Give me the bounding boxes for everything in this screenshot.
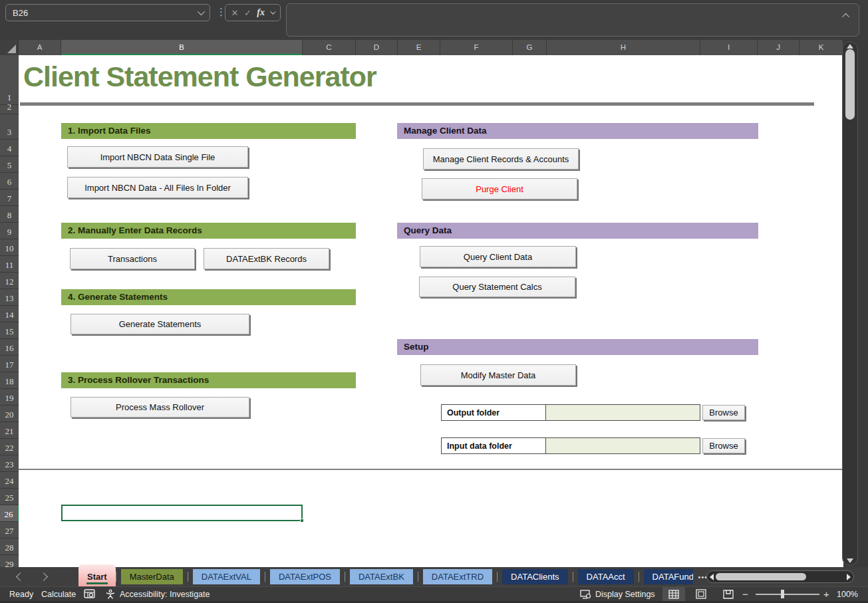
row-header-19[interactable]: 19 [0, 389, 19, 406]
page-layout-view-button[interactable] [690, 587, 712, 601]
row-header-17[interactable]: 17 [0, 356, 19, 372]
import-nbcn-single-file-button[interactable]: Import NBCN Data Single File [67, 146, 248, 168]
row-header-24[interactable]: 24 [0, 472, 19, 489]
row-header-14[interactable]: 14 [0, 306, 19, 322]
column-header-C[interactable]: C [303, 40, 356, 55]
sheet-tab-dataextpos[interactable]: DATAExtPOS [270, 569, 340, 584]
row-header-25[interactable]: 25 [0, 489, 19, 505]
row-header-15[interactable]: 15 [0, 322, 19, 339]
scroll-right-icon[interactable] [847, 574, 851, 580]
name-box[interactable]: B26 [5, 4, 210, 21]
page-break-preview-button[interactable] [717, 587, 740, 601]
zoom-in-button[interactable]: + [823, 587, 829, 601]
column-header-E[interactable]: E [398, 40, 440, 55]
process-mass-rollover-button[interactable]: Process Mass Rollover [71, 397, 249, 418]
vertical-scroll-thumb[interactable] [845, 49, 855, 120]
row-header-9[interactable]: 9 [0, 223, 19, 239]
zoom-level[interactable]: 100% [837, 587, 858, 601]
tab-scroll-left-icon[interactable] [16, 572, 25, 581]
query-client-data-button[interactable]: Query Client Data [420, 246, 576, 267]
vertical-scrollbar[interactable] [842, 41, 858, 566]
row-header-8[interactable]: 8 [0, 206, 19, 223]
column-header-D[interactable]: D [356, 40, 398, 55]
generate-statements-button[interactable]: Generate Statements [71, 314, 249, 334]
row-header-16[interactable]: 16 [0, 339, 19, 356]
input-data-folder-field[interactable] [546, 438, 700, 453]
row-header-12[interactable]: 12 [0, 273, 19, 289]
transactions-button[interactable]: Transactions [70, 248, 195, 269]
macro-record-icon[interactable] [84, 587, 95, 601]
row-header-29[interactable]: 29 [0, 555, 19, 568]
row-header-27[interactable]: 27 [0, 522, 19, 539]
manage-client-records-button[interactable]: Manage Client Records & Accounts [423, 148, 579, 170]
row-header-7[interactable]: 7 [0, 189, 19, 206]
zoom-slider-track[interactable] [756, 594, 819, 595]
scroll-left-icon[interactable] [710, 574, 714, 580]
import-nbcn-all-files-button[interactable]: Import NBCN Data - All Files In Folder [67, 177, 248, 198]
row-header-21[interactable]: 21 [0, 422, 19, 439]
row-header-4[interactable]: 4 [0, 140, 19, 156]
dataextbk-records-button[interactable]: DATAExtBK Records [204, 248, 329, 269]
purge-client-button[interactable]: Purge Client [422, 178, 577, 199]
display-settings-button[interactable]: Display Settings [580, 587, 655, 601]
horizontal-scroll-thumb[interactable] [716, 573, 806, 580]
horizontal-scrollbar[interactable] [706, 570, 854, 583]
sheet-tab-dataextbk[interactable]: DATAExtBK [350, 569, 413, 584]
cancel-formula-icon[interactable]: ✕ [231, 8, 239, 18]
column-header-I[interactable]: I [700, 40, 758, 55]
output-folder-field[interactable] [546, 405, 700, 420]
sheet-tab-dataacct[interactable]: DATAAcct [578, 569, 634, 584]
query-statement-calcs-button[interactable]: Query Statement Calcs [419, 277, 575, 297]
column-header-G[interactable]: G [513, 40, 547, 55]
row-header-5[interactable]: 5 [0, 156, 19, 173]
modify-master-data-button[interactable]: Modify Master Data [420, 364, 576, 386]
tab-separator [188, 572, 188, 582]
row-header-13[interactable]: 13 [0, 289, 19, 306]
formula-input[interactable] [286, 3, 859, 37]
sheet-tab-dataextval[interactable]: DATAExtVAL [193, 569, 260, 584]
accessibility-status[interactable]: Accessibility: Investigate [105, 587, 210, 601]
row-header-1[interactable]: 1 [0, 55, 19, 105]
row-header-10[interactable]: 10 [0, 239, 19, 256]
row-header-28[interactable]: 28 [0, 539, 19, 555]
fill-handle[interactable] [300, 519, 304, 523]
column-header-K[interactable]: K [799, 40, 843, 55]
row-header-26[interactable]: 26 [0, 505, 19, 522]
row-header-18[interactable]: 18 [0, 372, 19, 389]
row-header-6[interactable]: 6 [0, 173, 19, 189]
insert-function-icon[interactable]: fx [257, 7, 265, 18]
collapse-formula-bar-icon[interactable] [842, 13, 849, 21]
section-header-setup: Setup [397, 339, 758, 355]
row-header-2[interactable]: 2 [0, 105, 19, 114]
selected-cell-b26[interactable] [61, 505, 303, 521]
sheet-tab-start[interactable]: Start [78, 564, 116, 586]
sheet-tab-datafundii[interactable]: DATAFundII [644, 569, 693, 584]
column-header-F[interactable]: F [440, 40, 513, 55]
row-header-23[interactable]: 23 [0, 455, 19, 472]
tab-scroll-right-icon[interactable] [39, 572, 48, 581]
chevron-down-icon[interactable] [271, 9, 276, 14]
sheet-tab-dataexttrd[interactable]: DATAExtTRD [423, 569, 492, 584]
scroll-up-icon[interactable] [847, 44, 853, 49]
scroll-down-icon[interactable] [847, 558, 853, 563]
zoom-slider-thumb[interactable] [781, 590, 784, 598]
select-all-button[interactable] [0, 40, 19, 55]
row-header-22[interactable]: 22 [0, 439, 19, 455]
status-calculate[interactable]: Calculate [41, 587, 76, 601]
row-header-20[interactable]: 20 [0, 406, 19, 422]
enter-formula-icon[interactable]: ✓ [244, 8, 251, 18]
sheet-tab-dataclients[interactable]: DATAClients [502, 569, 567, 584]
zoom-out-button[interactable]: − [742, 587, 748, 601]
tab-separator [418, 572, 418, 582]
normal-view-button[interactable] [662, 587, 685, 601]
column-header-J[interactable]: J [758, 40, 799, 55]
browse-output-folder-button[interactable]: Browse [702, 405, 745, 420]
browse-input-folder-button[interactable]: Browse [702, 438, 745, 453]
row-header-11[interactable]: 11 [0, 256, 19, 273]
chevron-down-icon[interactable] [198, 8, 205, 15]
sheet-tab-masterdata[interactable]: MasterData [121, 569, 183, 584]
row-header-3[interactable]: 3 [0, 123, 19, 140]
column-header-H[interactable]: H [547, 40, 700, 55]
column-header-B[interactable]: B [61, 40, 303, 55]
column-header-A[interactable]: A [19, 40, 61, 55]
